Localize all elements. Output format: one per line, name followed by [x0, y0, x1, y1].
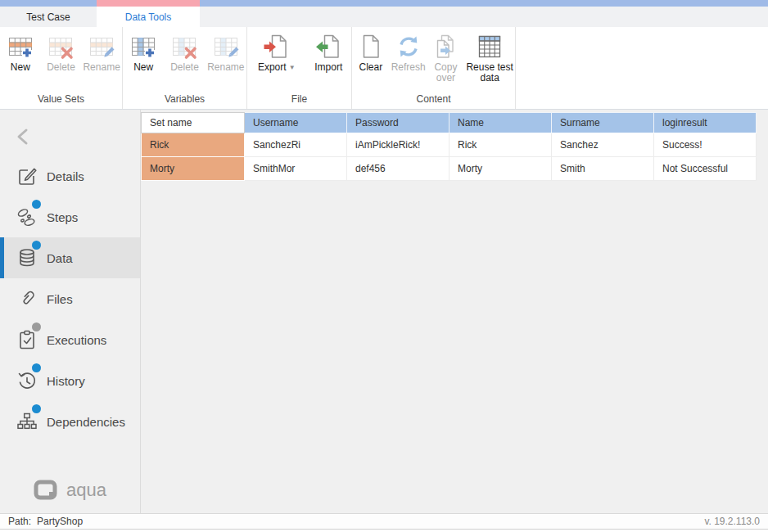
table-blue-header-icon — [476, 33, 504, 61]
export-button[interactable]: Export ▼ — [251, 33, 302, 73]
ribbon-group-value-sets: New Delete — [0, 27, 123, 109]
group-label-variables: Variables — [123, 91, 246, 109]
value-sets-table: Set name Username Password Name Surname … — [141, 112, 757, 181]
aqua-app-window: Test Case Data Tools New — [0, 0, 768, 532]
import-page-icon — [314, 33, 342, 61]
button-label: Rename — [83, 62, 120, 73]
table-row: Rick SanchezRi iAmPickleRick! Rick Sanch… — [142, 133, 757, 157]
column-header-loginresult[interactable]: loginresult — [654, 113, 757, 133]
data-grid-area: Set name Username Password Name Surname … — [141, 110, 768, 513]
button-label: Refresh — [391, 62, 426, 73]
new-value-set-button[interactable]: New — [2, 33, 39, 73]
tab-accent-strip — [0, 0, 768, 7]
sidebar-item-data[interactable]: Data — [0, 237, 140, 278]
sidebar-item-label: Details — [47, 169, 84, 183]
sidebar: Details Steps — [0, 110, 141, 513]
set-name-cell[interactable]: Rick — [142, 133, 245, 157]
sidebar-item-label: History — [47, 374, 85, 388]
table-cell[interactable]: SmithMor — [245, 157, 347, 181]
ribbon-group-variables: New Delete — [123, 27, 247, 109]
table-column-delete-icon — [170, 33, 198, 61]
import-button[interactable]: Import — [309, 33, 347, 73]
table-row-rename-icon — [88, 33, 115, 61]
button-label: New — [11, 62, 30, 73]
sidebar-item-dependencies[interactable]: Dependencies — [0, 401, 140, 442]
group-label-file: File — [247, 91, 351, 109]
table-cell[interactable]: Rick — [450, 133, 552, 157]
ribbon-tab-bar: Test Case Data Tools — [0, 7, 768, 27]
steps-icon — [16, 206, 38, 228]
button-label: Import — [314, 62, 342, 73]
export-page-icon — [263, 33, 291, 61]
tab-test-case[interactable]: Test Case — [0, 7, 97, 27]
history-icon — [16, 370, 38, 391]
table-cell[interactable]: SanchezRi — [245, 133, 347, 157]
table-cell[interactable]: Not Successful — [654, 157, 757, 181]
table-column-add-icon — [129, 33, 157, 61]
set-name-cell[interactable]: Morty — [142, 157, 245, 181]
tab-data-tools[interactable]: Data Tools — [97, 7, 200, 27]
column-header-password[interactable]: Password — [347, 113, 450, 133]
notification-badge — [32, 363, 41, 372]
delete-value-set-button[interactable]: Delete — [42, 33, 79, 73]
ribbon-group-content: Clear Refresh — [352, 27, 516, 109]
table-cell[interactable]: Smith — [552, 157, 654, 181]
button-label: Delete — [47, 62, 75, 73]
aqua-logo-icon — [33, 479, 59, 502]
table-cell[interactable]: Morty — [450, 157, 552, 181]
paperclip-icon — [16, 288, 38, 309]
button-label: Reuse test data — [464, 62, 515, 83]
ribbon-group-file: Export ▼ Import File — [247, 27, 352, 109]
active-tab-accent — [97, 0, 200, 7]
refresh-button[interactable]: Refresh — [390, 33, 427, 73]
button-label: Export — [258, 62, 287, 73]
table-cell[interactable]: Sanchez — [552, 133, 654, 157]
logo-text: aqua — [66, 480, 106, 501]
column-header-set-name[interactable]: Set name — [142, 113, 245, 133]
reuse-test-data-button[interactable]: Reuse test data — [464, 33, 515, 83]
status-bar: Path: PartyShop v. 19.2.113.0 — [0, 513, 768, 530]
edit-icon — [16, 165, 38, 187]
button-label: Copy over — [427, 62, 465, 83]
button-label: Clear — [359, 62, 383, 73]
column-header-username[interactable]: Username — [245, 113, 347, 133]
table-cell[interactable]: def456 — [347, 157, 450, 181]
sidebar-item-label: Files — [47, 292, 73, 306]
copy-pages-icon — [431, 33, 459, 61]
notification-badge — [32, 322, 41, 331]
table-row: Morty SmithMor def456 Morty Smith Not Su… — [142, 157, 757, 181]
notification-badge — [32, 200, 41, 209]
aqua-logo: aqua — [33, 479, 106, 502]
notification-badge — [32, 404, 41, 413]
sidebar-item-history[interactable]: History — [0, 360, 140, 401]
path-display: Path: PartyShop — [8, 516, 83, 527]
sidebar-item-label: Dependencies — [47, 415, 125, 429]
notification-badge — [32, 241, 41, 250]
hierarchy-icon — [16, 411, 38, 432]
table-cell[interactable]: iAmPickleRick! — [347, 133, 450, 157]
copy-over-button[interactable]: Copy over — [427, 33, 465, 83]
collapse-sidebar-button[interactable] — [15, 124, 39, 149]
clear-button[interactable]: Clear — [352, 33, 390, 73]
button-label: Rename — [207, 62, 244, 73]
sidebar-item-executions[interactable]: Executions — [0, 319, 140, 360]
rename-value-set-button[interactable]: Rename — [83, 33, 120, 73]
rename-variable-button[interactable]: Rename — [207, 33, 245, 73]
sidebar-item-steps[interactable]: Steps — [0, 196, 140, 237]
delete-variable-button[interactable]: Delete — [165, 33, 203, 73]
refresh-icon — [395, 33, 422, 61]
clipboard-check-icon — [16, 329, 38, 350]
table-header-row: Set name Username Password Name Surname … — [142, 113, 757, 133]
sidebar-item-files[interactable]: Files — [0, 278, 140, 319]
path-value: PartyShop — [37, 516, 83, 527]
main-area: Details Steps — [0, 110, 768, 513]
sidebar-item-label: Steps — [47, 210, 78, 224]
sidebar-item-details[interactable]: Details — [0, 156, 140, 196]
new-variable-button[interactable]: New — [124, 33, 162, 73]
chevron-left-icon — [15, 127, 33, 147]
column-header-name[interactable]: Name — [450, 113, 552, 133]
database-icon — [16, 247, 38, 268]
table-cell[interactable]: Success! — [654, 133, 757, 157]
group-label-content: Content — [352, 91, 515, 109]
column-header-surname[interactable]: Surname — [552, 113, 654, 133]
